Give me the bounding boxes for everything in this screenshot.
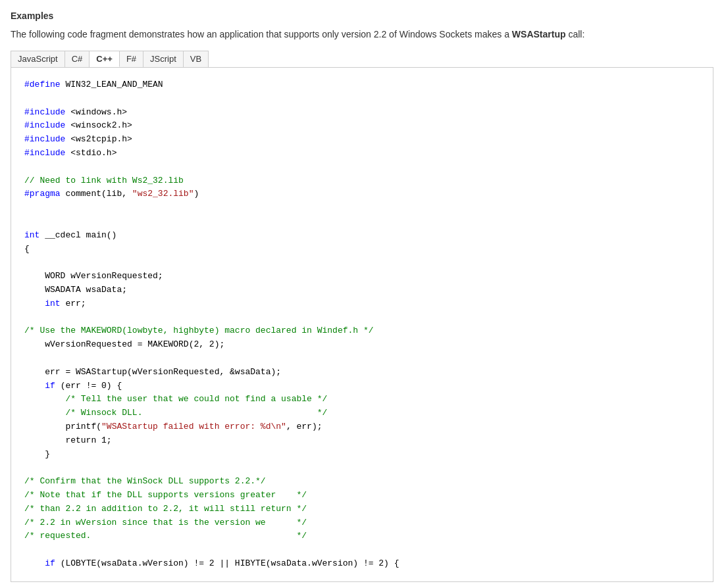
code-block: #define WIN32_LEAN_AND_MEAN #include <wi… bbox=[11, 67, 713, 582]
examples-heading: Examples bbox=[11, 11, 713, 21]
tab-javascript[interactable]: JavaScript bbox=[11, 51, 65, 67]
description-text-end: call: bbox=[566, 29, 585, 39]
description: The following code fragment demonstrates… bbox=[11, 28, 713, 41]
tab-vb[interactable]: VB bbox=[184, 51, 208, 67]
examples-section: Examples The following code fragment dem… bbox=[11, 11, 713, 582]
tab-cpp[interactable]: C++ bbox=[90, 51, 120, 67]
wsastartup-bold: WSAStartup bbox=[512, 29, 566, 39]
language-tabs[interactable]: JavaScript C# C++ F# JScript VB bbox=[11, 51, 209, 67]
tab-fsharp[interactable]: F# bbox=[120, 51, 143, 67]
tab-csharp[interactable]: C# bbox=[65, 51, 90, 67]
description-text-start: The following code fragment demonstrates… bbox=[11, 29, 512, 39]
tab-jscript[interactable]: JScript bbox=[143, 51, 184, 67]
